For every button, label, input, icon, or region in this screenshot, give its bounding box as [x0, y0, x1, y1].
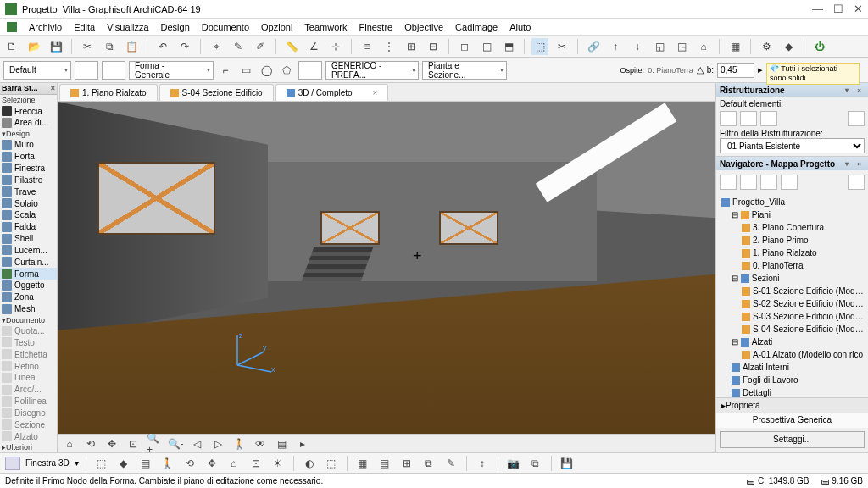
tool-shell[interactable]: Shell	[0, 233, 57, 245]
section-button[interactable]: ✂	[554, 38, 570, 55]
tool-lucernario[interactable]: Lucern...	[0, 244, 57, 256]
nav-ic4[interactable]	[781, 175, 798, 190]
angle-button[interactable]: ∠	[305, 38, 322, 55]
tool-pilastro[interactable]: Pilastro	[0, 174, 57, 186]
view2-button[interactable]: ◫	[478, 38, 495, 55]
layer2-icon[interactable]	[102, 61, 125, 80]
redo-button[interactable]: ↷	[176, 38, 193, 55]
nav-ic5[interactable]	[848, 175, 865, 190]
undo-button[interactable]: ↶	[154, 38, 171, 55]
geom4-button[interactable]: ⬠	[278, 62, 295, 79]
nav2-button[interactable]: ◲	[673, 38, 690, 55]
nav-ic1[interactable]	[720, 175, 737, 190]
distribute-button[interactable]: ⋮	[381, 38, 398, 55]
geom2-button[interactable]: ▭	[237, 62, 254, 79]
properties-header[interactable]: ▸ Proprietà	[716, 397, 868, 413]
extra-button[interactable]: ◆	[780, 38, 797, 55]
menu-objective[interactable]: Objective	[404, 22, 443, 32]
menu-aiuto[interactable]: Aiuto	[509, 22, 531, 32]
filtro-select[interactable]: 01 Pianta Esistente	[720, 138, 865, 153]
tool-area[interactable]: Area di...	[0, 117, 57, 129]
menu-archivio[interactable]: Archivio	[29, 22, 62, 32]
angle-input[interactable]: 0,45	[717, 63, 754, 78]
pianta-combo[interactable]: Pianta e Sezione...	[422, 61, 507, 80]
ib-5[interactable]: ⟲	[181, 455, 198, 472]
ib-16[interactable]: ✎	[442, 455, 459, 472]
tab-sezione[interactable]: S-04 Sezione Edificio	[159, 84, 274, 101]
marker-button[interactable]: ✎	[230, 38, 247, 55]
ib-walk-icon[interactable]: 🚶	[159, 455, 176, 472]
tool-oggetto[interactable]: Oggetto	[0, 280, 57, 291]
tool-trave[interactable]: Trave	[0, 186, 57, 197]
minimize-button[interactable]: —	[812, 3, 823, 15]
nav1-button[interactable]: ◱	[651, 38, 668, 55]
tool-muro[interactable]: Muro	[0, 139, 57, 151]
ib-11[interactable]: ⬚	[323, 455, 340, 472]
ristrutt-ic3[interactable]	[760, 111, 777, 126]
new-button[interactable]: 🗋	[3, 38, 20, 55]
layer-icon[interactable]	[75, 61, 98, 80]
ib-12[interactable]: ▦	[354, 455, 371, 472]
paste-button[interactable]: 📋	[123, 38, 140, 55]
vt-more-icon[interactable]: ▸	[294, 435, 311, 452]
3d-viewport[interactable]: + zxy	[58, 102, 715, 434]
cut-button[interactable]: ✂	[79, 38, 96, 55]
snap-button[interactable]: ⊹	[327, 38, 344, 55]
piano-label[interactable]: 0. PianoTerra	[648, 66, 693, 75]
ib-camera-icon[interactable]: 📷	[505, 455, 522, 472]
tool-quota[interactable]: Quota...	[0, 325, 57, 337]
vt-view-icon[interactable]: 👁	[252, 435, 269, 452]
material-icon[interactable]	[298, 61, 322, 80]
ib-3[interactable]: ▤	[137, 455, 154, 472]
menu-documento[interactable]: Documento	[202, 22, 249, 32]
ib-10[interactable]: ◐	[301, 455, 318, 472]
align-button[interactable]: ≡	[359, 38, 376, 55]
tool-curtain[interactable]: Curtain...	[0, 256, 57, 268]
tool-freccia[interactable]: Freccia	[0, 105, 57, 117]
vt-home-icon[interactable]: ⌂	[61, 435, 78, 452]
tool-polilinea[interactable]: Polilinea	[0, 396, 57, 408]
arrow-up-button[interactable]: ↑	[607, 38, 624, 55]
vt-pan-icon[interactable]: ✥	[103, 435, 120, 452]
open-button[interactable]: 📂	[25, 38, 42, 55]
menu-teamwork[interactable]: Teamwork	[304, 22, 347, 32]
measure-button[interactable]: 📏	[283, 38, 300, 55]
mode3d-button[interactable]: ⬚	[531, 38, 548, 55]
maximize-button[interactable]: ☐	[833, 3, 843, 15]
vt-zoomfit-icon[interactable]: ⊡	[125, 435, 142, 452]
vt-orbit-icon[interactable]: ⟲	[82, 435, 99, 452]
ungroup-button[interactable]: ⊟	[425, 38, 442, 55]
tool-solaio[interactable]: Solaio	[0, 197, 57, 209]
ib-15[interactable]: ⧉	[420, 455, 437, 472]
group-button[interactable]: ⊞	[403, 38, 420, 55]
ib-17[interactable]: ↕	[474, 455, 491, 472]
tool-mesh[interactable]: Mesh	[0, 303, 57, 315]
copy-button[interactable]: ⧉	[101, 38, 118, 55]
home-icon[interactable]: ⌂	[695, 38, 712, 55]
tool-forma[interactable]: Forma	[0, 268, 57, 280]
ib-1[interactable]: ⬚	[93, 455, 110, 472]
vt-walk-icon[interactable]: 🚶	[231, 435, 248, 452]
ib-8[interactable]: ⊡	[248, 455, 264, 472]
tool-disegno[interactable]: Disegno	[0, 408, 57, 419]
geom1-button[interactable]: ⌐	[217, 62, 234, 79]
tool-etichetta[interactable]: Etichetta	[0, 348, 57, 360]
dropper-button[interactable]: ✐	[252, 38, 269, 55]
ristrutt-ic2[interactable]	[740, 111, 757, 126]
close-button[interactable]: ✕	[854, 3, 863, 15]
ib-sun-icon[interactable]: ☀	[270, 455, 287, 472]
tool-retino[interactable]: Retino	[0, 360, 57, 372]
vt-zoomout-icon[interactable]: 🔍-	[167, 435, 184, 452]
menu-design[interactable]: Design	[161, 22, 190, 32]
vt-next-icon[interactable]: ▷	[209, 435, 226, 452]
tool-arco[interactable]: Arco/...	[0, 384, 57, 396]
vt-prev-icon[interactable]: ◁	[188, 435, 205, 452]
info-ic[interactable]	[5, 457, 20, 470]
arrow-dn-button[interactable]: ↓	[629, 38, 646, 55]
help-icon[interactable]: ⏻	[811, 38, 828, 55]
vt-proj-icon[interactable]: ▤	[273, 435, 290, 452]
pick-button[interactable]: ⌖	[208, 38, 225, 55]
nav-ic2[interactable]	[740, 175, 757, 190]
ib-19[interactable]: ⧉	[527, 455, 544, 472]
generico-combo[interactable]: GENERICO - PREFA...	[326, 61, 419, 80]
